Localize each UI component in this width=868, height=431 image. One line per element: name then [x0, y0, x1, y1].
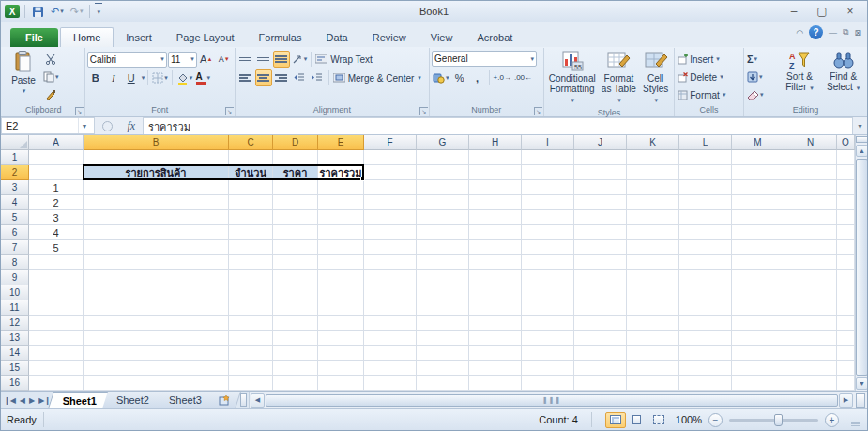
cell-O1[interactable] — [837, 150, 855, 165]
tab-formulas[interactable]: Formulas — [247, 28, 314, 47]
wrap-text-button[interactable]: Wrap Text — [314, 51, 373, 68]
cell-N1[interactable] — [784, 150, 837, 165]
cell-D16[interactable] — [273, 376, 318, 391]
cell-K4[interactable] — [627, 195, 679, 210]
align-left-button[interactable] — [237, 69, 254, 86]
cell-N15[interactable] — [784, 361, 837, 376]
cell-O4[interactable] — [837, 195, 855, 210]
cell-I11[interactable] — [522, 300, 574, 316]
cell-F15[interactable] — [364, 361, 417, 376]
next-sheet-icon[interactable]: ▶ — [29, 396, 35, 405]
cell-H12[interactable] — [469, 316, 522, 331]
cell-L14[interactable] — [679, 346, 732, 361]
cell-O16[interactable] — [837, 376, 855, 391]
cell-J13[interactable] — [574, 331, 627, 346]
cell-J3[interactable] — [574, 180, 627, 195]
cell-N5[interactable] — [784, 210, 837, 225]
first-sheet-icon[interactable]: ❙◀ — [4, 396, 16, 405]
cell-N2[interactable] — [784, 165, 837, 180]
column-header-A[interactable]: A — [29, 135, 84, 150]
insert-function-button[interactable]: fx — [127, 119, 135, 133]
cell-D8[interactable] — [273, 255, 318, 270]
cell-G8[interactable] — [417, 255, 469, 270]
scroll-down-icon[interactable]: ▼ — [856, 377, 868, 390]
cell-L3[interactable] — [679, 180, 732, 195]
cell-C11[interactable] — [229, 300, 273, 316]
column-header-J[interactable]: J — [574, 135, 627, 150]
cell-H7[interactable] — [469, 240, 522, 255]
cell-F11[interactable] — [364, 300, 417, 316]
cell-O15[interactable] — [837, 361, 855, 376]
cell-N10[interactable] — [784, 285, 837, 300]
cell-M16[interactable] — [732, 376, 784, 391]
borders-button[interactable]: ▾ — [151, 69, 169, 86]
cell-J2[interactable] — [574, 165, 627, 180]
scroll-up-icon[interactable]: ▲ — [856, 145, 868, 157]
cut-button[interactable] — [42, 51, 60, 68]
cell-O10[interactable] — [837, 285, 855, 300]
prev-sheet-icon[interactable]: ◀ — [20, 396, 25, 405]
cell-H3[interactable] — [469, 180, 522, 195]
cell-L2[interactable] — [679, 165, 732, 180]
doc-minimize-icon[interactable]: — — [829, 28, 837, 38]
cell-A10[interactable] — [29, 285, 84, 300]
cell-M12[interactable] — [732, 316, 784, 331]
cell-styles-button[interactable]: Cell Styles ▾ — [639, 49, 672, 107]
cell-L4[interactable] — [679, 195, 732, 210]
doc-restore-icon[interactable]: ⧉ — [843, 27, 848, 38]
cell-H1[interactable] — [469, 150, 522, 165]
cell-H2[interactable] — [469, 165, 522, 180]
tab-review[interactable]: Review — [360, 28, 419, 47]
cell-F14[interactable] — [364, 346, 417, 361]
normal-view-button[interactable] — [605, 412, 626, 428]
cell-I15[interactable] — [522, 361, 574, 376]
cell-G4[interactable] — [417, 195, 469, 210]
cell-K12[interactable] — [627, 316, 679, 331]
zoom-slider[interactable] — [729, 419, 818, 422]
cell-F5[interactable] — [364, 210, 417, 225]
cell-F6[interactable] — [364, 225, 417, 240]
column-header-I[interactable]: I — [522, 135, 574, 150]
cell-F7[interactable] — [364, 240, 417, 255]
cell-B9[interactable] — [84, 270, 229, 285]
cell-I12[interactable] — [522, 316, 574, 331]
cell-B5[interactable] — [84, 210, 229, 225]
cell-I2[interactable] — [522, 165, 574, 180]
cell-A14[interactable] — [29, 346, 84, 361]
cell-I14[interactable] — [522, 346, 574, 361]
redo-button[interactable]: ↷▾ — [69, 3, 85, 20]
cell-C1[interactable] — [229, 150, 273, 165]
cell-B3[interactable] — [84, 180, 229, 195]
cell-N14[interactable] — [784, 346, 837, 361]
cell-J16[interactable] — [574, 376, 627, 391]
cell-F1[interactable] — [364, 150, 417, 165]
column-header-N[interactable]: N — [784, 135, 837, 150]
row-header-12[interactable]: 12 — [1, 316, 29, 331]
cell-F12[interactable] — [364, 316, 417, 331]
undo-button[interactable]: ↶▾ — [49, 3, 66, 20]
insert-cells-button[interactable]: Insert▾ — [677, 51, 741, 68]
cell-J11[interactable] — [574, 300, 627, 316]
cell-B13[interactable] — [84, 331, 229, 346]
cell-G10[interactable] — [417, 285, 469, 300]
zoom-out-button[interactable]: − — [708, 413, 723, 427]
cell-K11[interactable] — [627, 300, 679, 316]
cell-J14[interactable] — [574, 346, 627, 361]
maximize-button[interactable]: ▢ — [809, 3, 835, 20]
cell-G13[interactable] — [417, 331, 469, 346]
tab-home[interactable]: Home — [60, 27, 114, 47]
cell-O3[interactable] — [837, 180, 855, 195]
cell-J6[interactable] — [574, 225, 627, 240]
cell-I9[interactable] — [522, 270, 574, 285]
cell-A11[interactable] — [29, 300, 84, 316]
cell-N8[interactable] — [784, 255, 837, 270]
cell-A5[interactable]: 3 — [29, 210, 84, 225]
cell-H15[interactable] — [469, 361, 522, 376]
conditional-formatting-button[interactable]: 55 Conditional Formatting ▾ — [546, 49, 599, 107]
cell-D9[interactable] — [273, 270, 318, 285]
cell-H8[interactable] — [469, 255, 522, 270]
cell-C15[interactable] — [229, 361, 273, 376]
column-header-H[interactable]: H — [469, 135, 522, 150]
cell-M6[interactable] — [732, 225, 784, 240]
font-size-select[interactable]: 11▾ — [168, 52, 197, 68]
